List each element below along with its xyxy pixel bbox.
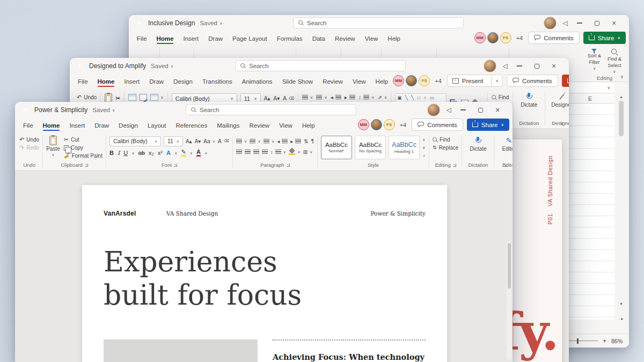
dialog-launcher-icon[interactable] <box>287 164 290 167</box>
tab-draw[interactable]: Draw <box>90 119 114 133</box>
tab-formulas[interactable]: Formulas <box>272 32 308 46</box>
tab-file[interactable]: File <box>18 119 38 133</box>
word-maximize-button[interactable] <box>472 102 489 118</box>
align-center-icon[interactable] <box>245 150 251 154</box>
dialog-launcher-icon[interactable] <box>174 164 177 167</box>
text-effects-dropdown[interactable]: ∨ <box>174 151 178 156</box>
collaborator-avatar-photo[interactable] <box>406 75 417 86</box>
more-styles-icon[interactable]: ≡ <box>423 154 425 158</box>
slide-layout-icon[interactable]: ∨ <box>150 93 164 101</box>
paste-button[interactable]: Paste ∨ <box>46 136 60 160</box>
collaborator-extra-count[interactable]: +4 <box>435 78 442 84</box>
ribbon-collapse-icon[interactable]: ∨ <box>620 74 624 79</box>
indent-increase-icon[interactable]: ▸ <box>345 93 355 101</box>
excel-user-avatar[interactable] <box>544 17 557 29</box>
tab-insert[interactable]: Insert <box>119 75 144 89</box>
tab-view[interactable]: View <box>274 119 297 133</box>
scroll-down-icon[interactable]: ▼ <box>619 302 623 306</box>
powerpoint-dictate-button[interactable]: Dictate Dictation <box>513 89 545 128</box>
tab-insert[interactable]: Insert <box>178 32 203 46</box>
italic-button[interactable]: I <box>118 150 120 156</box>
numbering-icon[interactable]: ∨ <box>250 137 261 145</box>
style-no-spacing[interactable]: AaBbCc No Spacing <box>355 136 386 159</box>
tab-help[interactable]: Help <box>297 119 320 133</box>
align-left-icon[interactable] <box>236 150 242 154</box>
show-formatting-icon[interactable]: ¶ <box>311 137 314 145</box>
change-case-icon[interactable]: Aa∨ <box>203 137 215 145</box>
highlight-button[interactable]: ✎ <box>181 149 186 157</box>
feedback-megaphone-icon[interactable]: ◁ <box>503 62 508 70</box>
line-spacing-icon[interactable]: ↕∨ <box>358 93 375 101</box>
dialog-launcher-icon[interactable] <box>453 164 456 167</box>
tab-insert[interactable]: Insert <box>64 119 90 133</box>
indent-decrease-icon[interactable]: ◂ <box>277 137 288 145</box>
style-normal[interactable]: AaBbCc Normal* <box>321 136 352 159</box>
tab-review[interactable]: Review <box>318 75 348 89</box>
present-button[interactable]: Present ∨ <box>447 75 503 87</box>
dictate-button[interactable]: Dictate <box>465 136 491 152</box>
tab-animations[interactable]: Animations <box>237 75 277 89</box>
subscript-button[interactable]: x₂ <box>149 150 154 156</box>
word-close-button[interactable]: × <box>489 102 506 118</box>
word-user-avatar[interactable] <box>427 104 440 116</box>
tab-home[interactable]: Home <box>38 119 65 133</box>
multilevel-list-icon[interactable]: ∨ <box>264 137 275 145</box>
scroll-down-icon[interactable]: ▾ <box>423 146 425 150</box>
word-vertical-scrollbar[interactable] <box>507 241 511 360</box>
sort-filter-button[interactable]: Sort & Filter ∨ <box>588 49 601 74</box>
tab-review[interactable]: Review <box>330 32 360 46</box>
scrollbar-thumb[interactable] <box>619 101 624 136</box>
copy-button[interactable]: Copy <box>64 144 103 152</box>
grow-font-icon[interactable]: A▴ <box>186 137 192 145</box>
bullets-icon[interactable]: ∨ <box>302 93 313 101</box>
tab-references[interactable]: References <box>171 119 212 133</box>
format-painter-button[interactable]: Format Paint <box>64 152 103 160</box>
excel-comments-button[interactable]: Comments <box>528 32 580 44</box>
numbering-icon[interactable]: ∨ <box>316 93 327 101</box>
indent-decrease-icon[interactable]: ◂ <box>331 93 341 101</box>
collaborator-avatar-photo[interactable] <box>487 32 499 43</box>
excel-maximize-button[interactable] <box>588 15 605 31</box>
excel-minimize-button[interactable] <box>571 15 588 31</box>
powerpoint-user-avatar[interactable] <box>484 60 496 72</box>
dialog-launcher-icon[interactable] <box>85 164 88 167</box>
strikethrough-button[interactable]: ab <box>138 150 145 156</box>
powerpoint-maximize-button[interactable] <box>528 58 545 74</box>
excel-saved-status[interactable]: Saved∨ <box>200 20 222 26</box>
zoom-slider-thumb[interactable] <box>577 338 579 344</box>
word-minimize-button[interactable] <box>455 102 472 118</box>
editor-button[interactable]: ✎ Editor <box>497 136 513 152</box>
powerpoint-close-button[interactable]: × <box>545 58 562 74</box>
word-saved-status[interactable]: Saved∨ <box>92 107 115 113</box>
collaborator-avatar-photo[interactable] <box>371 119 382 130</box>
powerpoint-find-button[interactable]: Find <box>492 93 509 101</box>
collaborator-avatar-mm[interactable]: MM <box>393 75 404 86</box>
zoom-level[interactable]: 86% <box>611 338 623 344</box>
tab-home[interactable]: Home <box>152 32 179 46</box>
powerpoint-undo-button[interactable]: ↶Undo <box>77 93 97 101</box>
collaborator-avatar-fs[interactable]: FS <box>419 75 430 86</box>
style-heading-1[interactable]: AaBbCc Heading 1 <box>389 136 420 159</box>
powerpoint-designer-button[interactable]: Designer Designer <box>545 89 569 128</box>
scroll-up-icon[interactable]: ▲ <box>619 95 623 99</box>
tab-draw[interactable]: Draw <box>144 75 169 89</box>
underline-dropdown[interactable]: ∨ <box>131 151 135 156</box>
font-size-select[interactable]: 11∨ <box>164 136 183 146</box>
tab-data[interactable]: Data <box>308 32 330 46</box>
chevron-down-icon[interactable]: ∨ <box>607 85 610 90</box>
new-slide-icon[interactable] <box>128 94 136 101</box>
powerpoint-search-input[interactable]: Search <box>235 60 406 71</box>
tab-file[interactable]: File <box>132 32 152 46</box>
clear-formatting-icon[interactable]: A⌫ <box>283 94 294 102</box>
shrink-font-icon[interactable]: A▾ <box>195 137 201 145</box>
excel-vertical-scrollbar[interactable]: ▲ ▼ <box>616 94 627 307</box>
align-right-icon[interactable] <box>253 150 259 154</box>
tab-review[interactable]: Review <box>244 119 274 133</box>
tab-page-layout[interactable]: Page Layout <box>228 32 272 46</box>
align-justify-icon[interactable] <box>262 150 268 154</box>
word-undo-button[interactable]: ↶Undo <box>19 136 39 144</box>
highlight-dropdown[interactable]: ∨ <box>190 151 193 156</box>
collaborator-avatar-mm[interactable]: MM <box>358 119 369 130</box>
grow-font-icon[interactable]: A▴ <box>264 94 270 102</box>
find-button[interactable]: Find <box>433 136 458 144</box>
